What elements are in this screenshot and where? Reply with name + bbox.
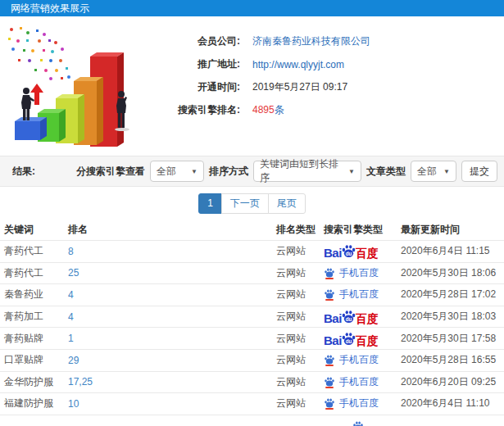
chevron-down-icon: ▼ [191, 168, 198, 175]
table-header-row: 关键词 排名 排名类型 搜索引擎类型 最新更新时间 [0, 220, 504, 241]
baidu-paw-icon: du [341, 243, 356, 259]
engine-cell: Bai du 百度 [324, 309, 397, 324]
rank-link[interactable]: 4 [68, 311, 276, 323]
baidu-paw-icon [352, 420, 364, 426]
sort-select-value: 关键词由短到长排序 [260, 157, 342, 185]
submit-button[interactable]: 提交 [461, 161, 497, 182]
keyword-cell: 口罩贴牌 [0, 353, 68, 367]
table-row: 福建防护服 10 云网站 手机百度 2020年6月4日 11:10 [0, 393, 504, 415]
baidu-logo-bai-text: Bai [324, 247, 342, 259]
paw-underline [325, 278, 334, 279]
update-time-cell: 2020年5月30日 18:03 [397, 310, 496, 324]
next-page-button[interactable]: 下一页 [221, 193, 269, 214]
up-arrow [30, 84, 43, 105]
update-time-cell: 2020年6月4日 11:15 [397, 244, 490, 258]
baidu-paw-icon [324, 376, 335, 387]
info-row-url: 推广地址: http://www.qlyyjt.com [143, 54, 370, 75]
mobile-baidu-logo: 手机百度 [324, 375, 379, 389]
rank-link[interactable]: 4 [68, 289, 276, 301]
confetti-dots [8, 27, 70, 80]
update-time-cell: 2020年5月28日 16:55 [397, 353, 496, 367]
mobile-baidu-logo: 手机百度 [324, 397, 379, 410]
table-row: 口罩贴牌 29 云网站 手机百度 2020年5月28日 16:55 [0, 350, 504, 372]
info-row-open-time: 开通时间: 2019年5月27日 09:17 [143, 77, 370, 97]
rank-type-cell: 云网站 [276, 375, 324, 389]
engine-select[interactable]: 全部 ▼ [150, 161, 204, 182]
filter-bar: 结果: 分搜索引擎查看 全部 ▼ 排序方式 关键词由短到长排序 ▼ 文章类型 全… [0, 156, 504, 187]
rank-type-cell: 云网站 [276, 288, 324, 301]
article-type-label: 文章类型 [366, 165, 406, 179]
rank-type-cell: 云网站 [276, 397, 324, 410]
rank-count-number: 4895 [252, 104, 275, 116]
rank-link[interactable]: 10 [68, 398, 276, 410]
rank-link[interactable]: 25 [68, 267, 276, 279]
article-select-value: 全部 [417, 165, 437, 179]
article-type-select[interactable]: 全部 ▼ [411, 161, 456, 182]
mobile-baidu-logo: 手机百度 [324, 266, 379, 280]
paw-underline [325, 387, 334, 388]
update-time-cell: 2020年6月20日 09:25 [397, 375, 496, 389]
rank-link[interactable]: 1 [68, 333, 276, 344]
svg-text:du: du [345, 316, 352, 322]
baidu-logo-cn-text: 百度 [356, 313, 379, 324]
baidu-logo-cn-text: 百度 [356, 247, 379, 259]
page-title: 网络营销效果展示 [11, 2, 89, 14]
growth-chart-image [3, 25, 141, 149]
paw-underline [325, 365, 334, 366]
pagination: 1 下一页 尾页 [0, 187, 504, 220]
engine-cell: 手机百度 [324, 397, 397, 410]
keyword-cell: 福建防护服 [0, 397, 68, 410]
engine-cell: 手机百度 [324, 375, 397, 389]
open-time-value: 2019年5月27日 09:17 [252, 80, 347, 94]
engine-cell: Bai du 百度 [324, 331, 397, 347]
sort-select[interactable]: 关键词由短到长排序 ▼ [253, 161, 361, 182]
keyword-cell: 膏药代工 [0, 266, 68, 280]
mobile-baidu-logo: 手机百度 [324, 288, 379, 301]
company-name-link[interactable]: 济南秦鲁药业科技有限公司 [252, 34, 370, 48]
col-engine-type: 搜索引擎类型 [324, 223, 397, 237]
col-update-time: 最新更新时间 [397, 223, 460, 237]
baidu-paw-icon [324, 397, 335, 409]
baidu-paw-icon [324, 288, 335, 300]
update-time-cell: 2020年5月30日 18:06 [397, 266, 496, 280]
rank-link[interactable]: 17,25 [68, 376, 276, 387]
engine-select-value: 全部 [157, 165, 176, 179]
promo-url-link[interactable]: http://www.qlyyjt.com [252, 59, 344, 70]
engine-filter-label: 分搜索引擎查看 [76, 165, 145, 179]
rank-type-cell: 云网站 [276, 244, 324, 258]
promo-url-label: 推广地址: [143, 57, 240, 71]
col-rank: 排名 [68, 223, 276, 237]
keyword-cell: 膏药加工 [0, 310, 68, 324]
paw-underline [325, 408, 334, 410]
baidu-paw-icon [324, 354, 335, 365]
col-keyword: 关键词 [0, 223, 68, 237]
chevron-down-icon: ▼ [348, 168, 355, 175]
paw-underline [325, 299, 334, 301]
company-info-section: 会员公司: 济南秦鲁药业科技有限公司 推广地址: http://www.qlyy… [0, 16, 504, 156]
open-time-label: 开通时间: [143, 80, 240, 94]
rank-count-label: 搜索引擎排名: [143, 103, 240, 117]
rank-link[interactable]: 29 [68, 355, 276, 366]
keyword-cell: 膏药贴牌 [0, 332, 68, 346]
info-row-company: 会员公司: 济南秦鲁药业科技有限公司 [143, 31, 370, 52]
baidu-logo: Bai du 百度 [324, 331, 379, 347]
last-page-button[interactable]: 尾页 [268, 193, 306, 214]
keyword-cell: 金华防护服 [0, 375, 68, 389]
svg-text:du: du [345, 251, 352, 256]
engine-cell: 手机百度 [324, 288, 397, 301]
keyword-cell: 膏药代工 [0, 244, 68, 258]
mobile-baidu-label: 手机百度 [339, 375, 379, 389]
page-1-button[interactable]: 1 [198, 193, 222, 214]
rank-count-unit: 条 [275, 104, 284, 116]
rank-link[interactable]: 8 [68, 246, 276, 257]
company-label: 会员公司: [143, 34, 240, 48]
update-time-cell: 2020年6月4日 11:10 [397, 397, 490, 410]
baidu-logo-bai-text: Bai [324, 312, 342, 324]
rank-type-cell: 云网站 [276, 353, 324, 367]
baidu-logo: Bai du 百度 [324, 309, 379, 324]
rank-count-value: 4895条 [252, 103, 284, 117]
partial-next-row [0, 415, 504, 426]
update-time-cell: 2020年5月28日 17:02 [397, 288, 496, 301]
result-label: 结果: [12, 165, 35, 179]
table-row: 秦鲁药业 4 云网站 手机百度 2020年5月28日 17:02 [0, 284, 504, 306]
